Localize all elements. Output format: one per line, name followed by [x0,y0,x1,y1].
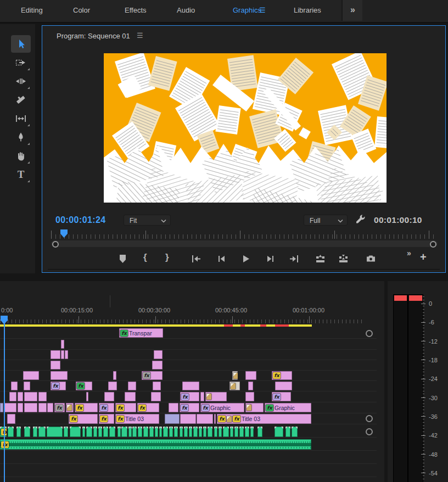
timeline-clip-v5[interactable] [51,371,68,380]
vertical-scrollbar-top-handle[interactable] [366,330,373,337]
play-button[interactable] [240,253,251,265]
timeline-clip-v3[interactable] [200,392,204,401]
zoom-level-select[interactable]: Fit [124,215,171,226]
timeline-clip-v1[interactable]: fxfxTitle 03 [217,414,311,424]
timeline-clip-a1[interactable] [292,427,298,437]
timeline-clip-v5[interactable] [113,371,116,380]
timeline-clip-v2[interactable] [47,403,53,412]
timeline-clip-a1[interactable] [86,427,92,437]
add-marker-button[interactable] [117,253,128,265]
timeline-clip-a1[interactable] [155,427,158,437]
timeline-clip-a1[interactable] [199,427,202,437]
timeline-clip-v3[interactable] [38,392,47,401]
timeline-clip-v2[interactable]: fx [99,403,114,412]
timeline-clip-a1[interactable] [234,427,238,437]
timeline-clip-a1[interactable] [193,427,198,437]
timeline-playhead-line[interactable] [4,316,5,482]
timeline-clip-v3[interactable] [24,392,37,401]
timeline-clip-v3[interactable]: fx [272,392,291,401]
tab-audio[interactable]: Audio [177,0,195,21]
timeline-clip-v2[interactable] [24,403,37,412]
timeline-clip-v5[interactable]: fx [272,371,292,380]
timeline-clip-a1[interactable] [239,427,244,437]
timeline-clip-a1[interactable] [24,427,30,437]
timeline-clip-a1[interactable] [93,427,97,437]
timeline-clip-a1[interactable] [159,427,162,437]
tab-libraries[interactable]: Libraries [294,0,321,21]
step-forward-button[interactable] [265,253,276,265]
timeline-clip-a1[interactable] [128,427,132,437]
timeline-clip-v4[interactable] [11,382,18,390]
timeline-clip-v2[interactable]: fx [180,403,199,412]
timeline-clip-a1[interactable] [230,427,233,437]
timeline-clip-v3[interactable] [151,392,161,401]
tab-color[interactable]: Color [73,0,90,21]
timeline-clip-v2[interactable]: fxGraphic [265,403,311,412]
timeline-clip-a2[interactable]: fx [0,439,311,450]
timeline-clip-a1[interactable] [33,427,37,437]
timeline-clip-v3[interactable] [18,392,23,401]
transport-overflow-button[interactable]: » [407,249,411,257]
timeline-clip-a1[interactable] [38,427,46,437]
timeline-clip-a1[interactable] [138,427,142,437]
settings-wrench-icon[interactable] [354,213,366,227]
timeline-clip-v7[interactable] [61,350,64,359]
timeline-clip-a1[interactable] [163,427,168,437]
timeline-clip-v2[interactable] [18,403,23,412]
timeline-clip-a1[interactable] [223,427,229,437]
timeline-clip-a1[interactable] [203,427,206,437]
go-to-out-button[interactable] [288,253,300,265]
timeline-clip-a1[interactable] [82,427,85,437]
timeline-clip-a1[interactable] [8,427,14,437]
timeline-clip-a1[interactable] [184,427,188,437]
timeline-clip-a1[interactable] [47,427,63,437]
timeline-clip-v4[interactable] [153,382,161,390]
mark-in-button[interactable]: { [143,252,147,263]
timeline-clip-v7[interactable] [51,350,60,359]
track-select-forward-tool[interactable] [11,54,31,71]
lift-button[interactable] [315,253,326,265]
timeline-clip-v6[interactable] [51,361,60,369]
clip-indicator-left[interactable] [394,295,407,301]
razor-tool[interactable] [11,91,31,109]
export-frame-button[interactable] [365,253,377,265]
timeline-clip-v8[interactable] [61,340,64,349]
timeline-clip-v2[interactable] [4,403,16,412]
timeline-clip-v4[interactable] [24,382,30,390]
timeline-clip-a1[interactable] [109,427,115,437]
timeline-clip-a1[interactable] [275,427,283,437]
timeline-clip-a1[interactable] [103,427,108,437]
timeline-clip-v1[interactable] [180,414,196,424]
timeline-clip-v2[interactable]: fxGraphic [200,403,244,412]
timeline-clip-a1[interactable] [64,427,68,437]
audio-scrollbar-handle[interactable] [366,428,373,435]
timeline-clip-v4[interactable] [275,382,292,390]
timeline-clip-a1[interactable] [132,427,137,437]
timeline-clip-a1[interactable] [98,427,102,437]
tab-effects[interactable]: Effects [125,0,147,21]
timeline-clip-v3[interactable] [86,392,88,401]
timeline-clip-v1[interactable] [197,414,213,424]
program-monitor-menu-icon[interactable]: ☰ [137,31,143,40]
type-tool[interactable]: T [11,166,31,183]
timeline-clip-v4[interactable] [108,382,117,390]
timeline-clip-v2[interactable] [0,403,3,412]
timeline-clip-a1[interactable] [16,427,21,437]
timeline-clip-v2[interactable]: fx [115,403,136,412]
timeline-clip-v3[interactable] [104,392,114,401]
timeline-clip-a1[interactable] [219,427,222,437]
timeline-clip-v4[interactable] [128,382,136,390]
current-timecode[interactable]: 00:00:01:24 [55,214,106,227]
timeline-clip-v9[interactable]: fxTranspar [119,328,163,338]
timeline-clip-v1[interactable]: fxTitle 03 [115,414,159,424]
timeline-clip-v1[interactable]: fx [99,414,114,424]
timeline-clip-a1[interactable] [250,427,254,437]
timeline-clip-v6[interactable] [152,361,163,369]
timeline-clip-v5[interactable] [232,371,238,380]
timeline-clip-a1[interactable] [285,427,290,437]
timeline-clip-v2[interactable] [38,403,47,412]
hand-tool[interactable] [11,147,31,165]
timeline-clip-a1[interactable] [70,427,81,437]
timeline-clip-v1[interactable]: fx [69,414,98,424]
selection-tool[interactable] [11,35,31,53]
